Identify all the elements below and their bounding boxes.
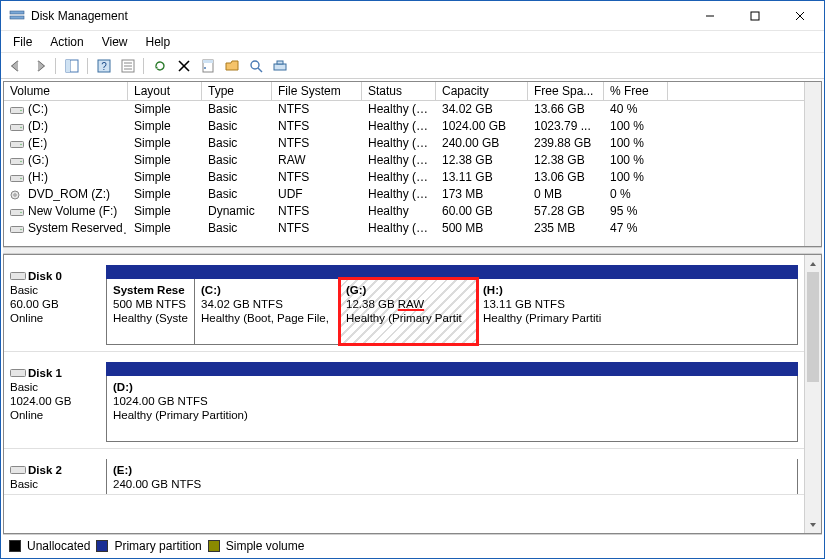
layout-area: System Rese500 MB NTFSHealthy (Syste(C:)… xyxy=(106,265,798,345)
toolbar: ? xyxy=(1,53,824,79)
cell: 235 MB xyxy=(528,220,604,237)
menu-action[interactable]: Action xyxy=(42,33,91,51)
col-pct[interactable]: % Free xyxy=(604,82,668,100)
partitions: (D:)1024.00 GB NTFSHealthy (Primary Part… xyxy=(106,376,798,442)
maximize-button[interactable] xyxy=(732,2,777,30)
disk-row[interactable]: Disk 2Basic240.00 GB(E:)240.00 GB NTFS xyxy=(4,449,804,495)
cell: DVD_ROM (Z:) xyxy=(4,186,128,203)
menu-view[interactable]: View xyxy=(94,33,136,51)
refresh-button[interactable] xyxy=(149,55,171,77)
col-type[interactable]: Type xyxy=(202,82,272,100)
disk-row[interactable]: Disk 1Basic1024.00 GBOnline(D:)1024.00 G… xyxy=(4,352,804,449)
cell: 100 % xyxy=(604,135,668,152)
svg-rect-23 xyxy=(277,61,283,64)
cell: (G:) xyxy=(4,152,128,169)
settings-button[interactable] xyxy=(117,55,139,77)
toolbar-separator xyxy=(85,55,91,77)
layout-cap xyxy=(106,362,798,376)
scroll-thumb[interactable] xyxy=(807,272,819,382)
disk-row[interactable]: Disk 0Basic60.00 GBOnlineSystem Rese500 … xyxy=(4,255,804,352)
forward-button[interactable] xyxy=(29,55,51,77)
volume-row[interactable]: System ReservedSimpleBasicNTFSHealthy (S… xyxy=(4,220,804,237)
col-status[interactable]: Status xyxy=(362,82,436,100)
partition[interactable]: (C:)34.02 GB NTFSHealthy (Boot, Page Fil… xyxy=(195,279,340,344)
cell: 240.00 GB xyxy=(436,135,528,152)
title-bar: Disk Management xyxy=(1,1,824,31)
cell: 40 % xyxy=(604,101,668,118)
menu-help[interactable]: Help xyxy=(138,33,179,51)
col-volume[interactable]: Volume xyxy=(4,82,128,100)
volume-row[interactable]: (D:)SimpleBasicNTFSHealthy (P...1024.00 … xyxy=(4,118,804,135)
col-free[interactable]: Free Spa... xyxy=(528,82,604,100)
svg-point-29 xyxy=(20,143,22,145)
volume-row[interactable]: (C:)SimpleBasicNTFSHealthy (B...34.02 GB… xyxy=(4,101,804,118)
volume-row[interactable]: (G:)SimpleBasicRAWHealthy (P...12.38 GB1… xyxy=(4,152,804,169)
legend: Unallocated Primary partition Simple vol… xyxy=(3,534,822,556)
svg-point-31 xyxy=(20,160,22,162)
svg-line-21 xyxy=(258,68,262,72)
cell: 173 MB xyxy=(436,186,528,203)
menu-file[interactable]: File xyxy=(5,33,40,51)
cell: Healthy (B... xyxy=(362,101,436,118)
cell: 0 % xyxy=(604,186,668,203)
show-hide-console-tree-button[interactable] xyxy=(61,55,83,77)
col-capacity[interactable]: Capacity xyxy=(436,82,528,100)
swatch-simple xyxy=(208,540,220,552)
volume-table[interactable]: Volume Layout Type File System Status Ca… xyxy=(4,82,804,246)
toolbar-separator xyxy=(53,55,59,77)
cell: Simple xyxy=(128,203,202,220)
cell: 95 % xyxy=(604,203,668,220)
volume-table-header: Volume Layout Type File System Status Ca… xyxy=(4,82,804,101)
disk-scrollbar[interactable] xyxy=(804,255,821,533)
cell: Simple xyxy=(128,152,202,169)
window-title: Disk Management xyxy=(31,9,128,23)
legend-simple: Simple volume xyxy=(226,539,305,553)
cell: Basic xyxy=(202,135,272,152)
disk-info: Disk 1Basic1024.00 GBOnline xyxy=(10,362,106,442)
cell: 12.38 GB xyxy=(528,152,604,169)
explore-button[interactable] xyxy=(245,55,267,77)
back-button[interactable] xyxy=(5,55,27,77)
cell: NTFS xyxy=(272,118,362,135)
close-button[interactable] xyxy=(777,2,822,30)
cell: NTFS xyxy=(272,203,362,220)
toolbar-separator xyxy=(141,55,147,77)
cell: 239.88 GB xyxy=(528,135,604,152)
svg-point-19 xyxy=(204,67,206,69)
partition[interactable]: (D:)1024.00 GB NTFSHealthy (Primary Part… xyxy=(107,376,797,430)
cell: Simple xyxy=(128,169,202,186)
disk-layout-view[interactable]: Disk 0Basic60.00 GBOnlineSystem Rese500 … xyxy=(4,255,804,533)
partition[interactable]: System Rese500 MB NTFSHealthy (Syste xyxy=(107,279,195,344)
minimize-button[interactable] xyxy=(687,2,732,30)
scroll-up-button[interactable] xyxy=(805,255,821,272)
layout-area: (D:)1024.00 GB NTFSHealthy (Primary Part… xyxy=(106,362,798,442)
cell: Healthy (P... xyxy=(362,186,436,203)
delete-button[interactable] xyxy=(173,55,195,77)
cell: UDF xyxy=(272,186,362,203)
cell: 100 % xyxy=(604,152,668,169)
partition[interactable]: (E:)240.00 GB NTFS xyxy=(107,459,797,495)
col-fs[interactable]: File System xyxy=(272,82,362,100)
app-icon xyxy=(9,8,25,24)
volume-row[interactable]: New Volume (F:)SimpleDynamicNTFSHealthy6… xyxy=(4,203,804,220)
scroll-down-button[interactable] xyxy=(805,516,821,533)
col-layout[interactable]: Layout xyxy=(128,82,202,100)
volume-row[interactable]: (H:)SimpleBasicNTFSHealthy (P...13.11 GB… xyxy=(4,169,804,186)
drive-settings-button[interactable] xyxy=(269,55,291,77)
splitter[interactable] xyxy=(3,247,822,254)
svg-rect-1 xyxy=(10,16,24,19)
help-button[interactable]: ? xyxy=(93,55,115,77)
svg-point-37 xyxy=(20,211,22,213)
cell: Healthy (S... xyxy=(362,220,436,237)
cell: Healthy (P... xyxy=(362,118,436,135)
cell: Healthy (P... xyxy=(362,135,436,152)
partition[interactable]: (H:)13.11 GB NTFSHealthy (Primary Partit… xyxy=(477,279,627,344)
open-button[interactable] xyxy=(221,55,243,77)
cell: 60.00 GB xyxy=(436,203,528,220)
volume-row[interactable]: DVD_ROM (Z:)SimpleBasicUDFHealthy (P...1… xyxy=(4,186,804,203)
cell: New Volume (F:) xyxy=(4,203,128,220)
properties-button[interactable] xyxy=(197,55,219,77)
cell: NTFS xyxy=(272,220,362,237)
volume-row[interactable]: (E:)SimpleBasicNTFSHealthy (P...240.00 G… xyxy=(4,135,804,152)
partition[interactable]: (G:)12.38 GB RAWHealthy (Primary Partit xyxy=(340,279,477,344)
